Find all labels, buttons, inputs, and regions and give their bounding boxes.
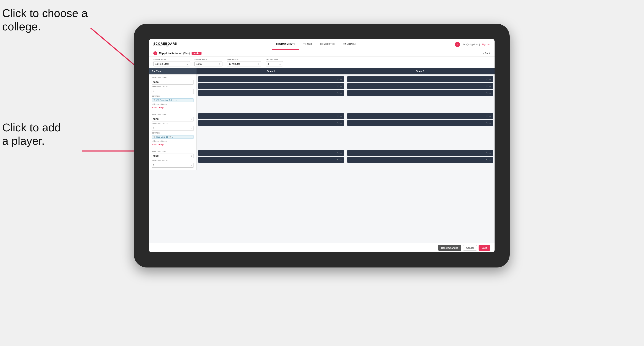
- starting-hole-input-3[interactable]: 1 ⌄: [152, 163, 194, 168]
- remove-group-btn-2[interactable]: ○ Remove Group: [152, 140, 194, 142]
- tee-controls-2: STARTING TIME: 10:10 ⏱ STARTING HOLE: 1 …: [149, 111, 196, 148]
- close-icon[interactable]: ✕: [336, 91, 339, 94]
- player-slot-1-2[interactable]: ✕ ⌄: [198, 83, 344, 89]
- player-slot-1-3[interactable]: ✕ ⌄: [198, 90, 344, 96]
- save-button[interactable]: Save: [478, 245, 490, 251]
- starting-time-label-1: STARTING TIME:: [152, 77, 194, 79]
- edit-icon[interactable]: ⌄: [489, 85, 491, 88]
- th-team2: Team 2: [346, 68, 494, 74]
- annotation-college: Click to choose a college.: [2, 6, 88, 33]
- nav-tab-committee[interactable]: COMMITTEE: [316, 39, 339, 50]
- close-icon[interactable]: ✕: [486, 91, 488, 94]
- th-tee-time: Tee Time: [149, 68, 196, 74]
- team1-cell-3: ✕ ⌄ ✕ ⌄: [196, 148, 346, 170]
- group-size-label: Group Size: [266, 58, 283, 61]
- starting-time-input-2[interactable]: 10:10 ⏱: [152, 117, 194, 121]
- starting-hole-label-3: STARTING HOLE:: [152, 160, 194, 162]
- app-header: SCOREBOARD Powered by clippd TOURNAMENTS…: [149, 39, 494, 50]
- player-slot-6-2[interactable]: ✕ ⌄: [347, 157, 493, 163]
- edit-icon[interactable]: ⌄: [489, 91, 491, 94]
- th-team1: Team 1: [196, 68, 346, 74]
- player-slot-1-1[interactable]: ✕ ⌄: [198, 76, 344, 82]
- starting-hole-input-1[interactable]: 1 ⌄: [152, 89, 194, 94]
- close-icon[interactable]: ✕: [486, 115, 488, 118]
- starting-time-input-1[interactable]: 10:00 ⏱: [152, 80, 194, 85]
- close-icon[interactable]: ✕: [336, 115, 339, 118]
- player-slot-3-2[interactable]: ✕ ⌄: [198, 120, 344, 126]
- tablet-frame: SCOREBOARD Powered by clippd TOURNAMENTS…: [134, 24, 510, 267]
- edit-icon[interactable]: ⌄: [489, 152, 491, 155]
- close-icon[interactable]: ✕: [486, 121, 488, 125]
- intervals-select[interactable]: 10 Minutes ⏱: [227, 61, 261, 66]
- team1-cell-1: ✕ ⌄ ✕ ⌄ ✕ ⌄: [196, 74, 346, 111]
- edit-icon[interactable]: ⌄: [340, 152, 342, 155]
- starting-time-label-3: STARTING TIME:: [152, 150, 194, 152]
- starting-time-label-2: STARTING TIME:: [152, 114, 194, 115]
- nav-tab-tournaments[interactable]: TOURNAMENTS: [272, 39, 299, 50]
- user-email: blair@clippd.io: [462, 43, 477, 46]
- team2-cell-3: ✕ ⌄ ✕ ⌄: [346, 148, 494, 170]
- close-icon[interactable]: ✕: [486, 85, 488, 88]
- close-icon[interactable]: ✕: [486, 78, 488, 81]
- course-label-2: COURSE:: [152, 132, 194, 134]
- close-icon[interactable]: ✕: [336, 85, 339, 88]
- edit-icon[interactable]: ⌄: [340, 91, 342, 94]
- team2-cell-1: ✕ ⌄ ✕ ⌄ ✕ ⌄: [346, 74, 494, 111]
- edit-icon[interactable]: ⌄: [340, 115, 342, 118]
- sign-out-button[interactable]: Sign out: [482, 43, 490, 46]
- player-slot-5-1[interactable]: ✕ ⌄: [198, 150, 344, 156]
- player-slot-3-1[interactable]: ✕ ⌄: [198, 113, 344, 119]
- group-size-select[interactable]: 3 ⌄: [266, 61, 283, 66]
- cancel-button[interactable]: Cancel: [463, 245, 477, 251]
- close-icon[interactable]: ✕: [336, 152, 339, 155]
- player-slot-2-1[interactable]: ✕ ⌄: [347, 76, 493, 82]
- player-slot-2-2[interactable]: ✕ ⌄: [347, 83, 493, 89]
- intervals-label: Intervals: [227, 58, 261, 61]
- nav-tab-rankings[interactable]: RANKINGS: [340, 39, 360, 50]
- start-type-group: Start Type 1st Tee Start ⌄: [153, 58, 190, 66]
- close-icon[interactable]: ✕: [486, 158, 488, 161]
- logo-area: SCOREBOARD Powered by clippd: [153, 42, 177, 47]
- nav-tab-teams[interactable]: TEAMS: [300, 39, 316, 50]
- edit-icon[interactable]: ⌄: [340, 78, 342, 81]
- tee-row-3: STARTING TIME: 10:20 ⏱ STARTING HOLE: 1 …: [149, 148, 494, 170]
- edit-icon[interactable]: ⌄: [340, 85, 342, 88]
- start-time-input[interactable]: 10:00 ⏱: [194, 61, 222, 66]
- edit-icon[interactable]: ⌄: [340, 158, 342, 161]
- table-header: Tee Time Team 1 Team 2: [149, 68, 494, 74]
- main-content[interactable]: STARTING TIME: 10:00 ⏱ STARTING HOLE: 1 …: [149, 74, 494, 243]
- annotation-player: Click to add a player.: [2, 121, 61, 148]
- edit-icon[interactable]: ⌄: [489, 158, 491, 161]
- form-row: Start Type 1st Tee Start ⌄ Start Time 10…: [149, 57, 494, 68]
- starting-time-input-3[interactable]: 10:20 ⏱: [152, 154, 194, 158]
- edit-icon[interactable]: ⌄: [489, 121, 491, 125]
- edit-icon[interactable]: ⌄: [489, 78, 491, 81]
- player-slot-2-3[interactable]: ✕ ⌄: [347, 90, 493, 96]
- reset-button[interactable]: Reset Changes: [438, 245, 461, 251]
- close-icon[interactable]: ✕: [336, 121, 339, 125]
- remove-group-btn-1[interactable]: ○ Remove Group: [152, 103, 194, 105]
- hosting-badge: Hosting: [192, 52, 202, 55]
- player-slot-4-2[interactable]: ✕ ⌄: [347, 120, 493, 126]
- starting-hole-input-2[interactable]: 1 ⌄: [152, 126, 194, 131]
- close-icon[interactable]: ✕: [336, 78, 339, 81]
- team1-cell-2: ✕ ⌄ ✕ ⌄: [196, 111, 346, 148]
- add-group-btn-2[interactable]: + Add Group: [152, 144, 194, 146]
- player-slot-6-1[interactable]: ✕ ⌄: [347, 150, 493, 156]
- edit-icon[interactable]: ⌄: [340, 121, 342, 125]
- close-icon[interactable]: ✕: [486, 152, 488, 155]
- course-select-2[interactable]: 🏌 East Lake GC ✕ ⌄: [152, 135, 194, 139]
- start-type-select[interactable]: 1st Tee Start ⌄: [153, 61, 190, 66]
- player-slot-5-2[interactable]: ✕ ⌄: [198, 157, 344, 163]
- close-icon[interactable]: ✕: [336, 158, 339, 161]
- back-button[interactable]: ‹ Back: [483, 52, 490, 55]
- footer-bar: Reset Changes Cancel Save: [149, 243, 494, 252]
- player-slot-4-1[interactable]: ✕ ⌄: [347, 113, 493, 119]
- nav-tabs: TOURNAMENTS TEAMS COMMITTEE RANKINGS: [272, 39, 360, 50]
- tournament-gender: (Men): [183, 52, 190, 55]
- start-time-group: Start Time 10:00 ⏱: [194, 58, 222, 66]
- add-group-btn-1[interactable]: + Add Group: [152, 107, 194, 109]
- course-select-1[interactable]: 🏌 (A) Peachtree GC ✕ ⌄: [152, 98, 194, 102]
- starting-hole-label-2: STARTING HOLE:: [152, 123, 194, 125]
- edit-icon[interactable]: ⌄: [489, 115, 491, 118]
